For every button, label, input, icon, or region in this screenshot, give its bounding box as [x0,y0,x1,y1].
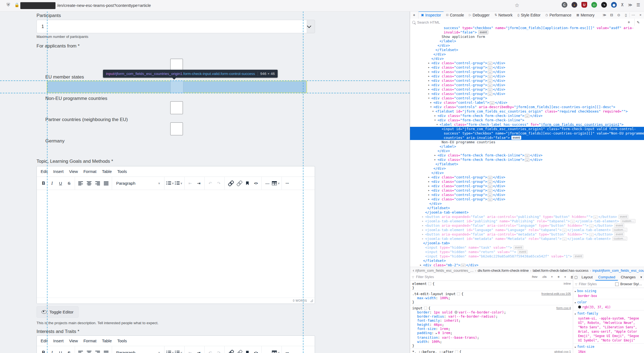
sidebar-tab-computed[interactable]: Computed [595,273,618,281]
tree-line[interactable]: ▶<div class="control-group">…</div> [410,87,644,92]
stylesheet-link[interactable]: frontend-edit.css:105 [542,292,571,296]
expand-arrow-icon[interactable]: ▶ [428,87,430,92]
red-shield-extension-icon[interactable]: U [581,2,587,8]
align-left-icon[interactable] [77,349,85,353]
tree-line[interactable]: </div> [410,52,644,57]
collapsed-children-pill[interactable]: … [488,62,492,65]
event-badge[interactable]: event [614,223,624,228]
breadcrumb-item[interactable]: div.form-check.form-check-inline [478,268,529,273]
link-icon[interactable] [226,179,234,187]
horizontal-rule-icon[interactable]: — [263,349,271,353]
rules-filter-input[interactable]: Filter Styles [416,275,528,279]
bold-icon[interactable]: B [40,179,48,187]
editor-menu-tools[interactable]: Tools [115,338,130,343]
anchor-icon[interactable] [243,349,251,353]
align-center-icon[interactable] [85,179,93,187]
rules-toggle-[interactable]: ☀ [556,275,561,279]
browser-styles-checkbox[interactable] [615,282,619,286]
collapsed-children-pill[interactable]: … [488,79,492,83]
color-swatch-icon[interactable] [455,311,458,314]
tree-line[interactable]: </fieldset> [410,206,644,210]
breadcrumb-item[interactable]: input#jform_com_fields_esc_countries_ori… [592,268,644,273]
collapsed-children-pill[interactable]: … [488,189,492,192]
expand-arrow-icon[interactable]: ▶ [422,219,423,223]
breadcrumb-item[interactable]: #jform_com_fields_esc_countries_… [415,268,474,273]
rules-toggle-hov[interactable]: :hov [530,275,539,279]
tree-line[interactable]: ▶<div class="control-group">…</div> [410,79,644,83]
indent-icon[interactable]: ⇥ [195,349,203,353]
tree-line[interactable]: countries" aria-invalid="false">event [410,136,644,140]
gray-c-badge-extension-icon[interactable]: C [562,2,567,8]
rule-selector[interactable]: input{form.css:4 [410,306,573,310]
tree-line[interactable]: ▼<div class="form-check form-check-inlin… [410,118,644,122]
tree-line[interactable]: invalid="false">event [410,30,644,35]
expand-arrow-icon[interactable]: ▶ [422,228,423,232]
css-declaration[interactable]: font-size: 1rem; [410,327,573,331]
expand-arrow-icon[interactable]: ▶ [430,100,431,105]
search-html-input[interactable]: Search HTML [417,20,623,24]
more-tools-icon[interactable]: ≫ [601,11,608,19]
computed-filter-input[interactable]: Filter Styles [579,282,614,286]
expand-arrow-icon[interactable]: ▶ [428,175,430,180]
paragraph-format-select[interactable]: Paragraph∨ [113,349,163,353]
eyedropper-icon[interactable]: ✎ [634,19,642,26]
tree-line[interactable]: ▶<div class="form-check form-check-inlin… [410,158,644,162]
event-badge[interactable]: event [511,136,521,140]
align-left-icon[interactable] [77,179,85,187]
collapsed-children-pill[interactable]: … [488,198,492,201]
pick-element-icon[interactable]: ⌖ [410,11,419,19]
tree-line[interactable]: <input type="hidden" name="return" value… [410,250,644,254]
expand-arrow-icon[interactable]: ▶ [422,223,423,228]
tree-line[interactable]: ▶<div class="control-group">…</div> [410,193,644,197]
tree-line[interactable]: ▼<fieldset id="jform_com_fields_esc_coun… [410,109,644,114]
event-badge[interactable]: event [478,30,488,34]
devtools-tab-performance[interactable]: ◷Performance [543,11,574,19]
hamburger-menu-icon[interactable]: ☰ [637,2,640,7]
tree-line[interactable]: ▼<label class="form-check-label has-succ… [410,122,644,127]
tree-line[interactable]: ▶<div class="form-check form-check-inlin… [410,153,644,158]
blue-circle-extension-icon[interactable]: ◉ [611,2,617,8]
expand-arrow-icon[interactable]: ▶ [428,197,430,201]
collapsed-children-pill[interactable]: … [589,224,594,228]
bullet-list-icon[interactable]: ∨ [166,349,174,353]
tree-line[interactable]: ▶<div class="control-group">…</div> [410,74,644,79]
tree-line[interactable]: </div> [410,171,644,175]
editor-menu-edit[interactable]: Edit [38,169,51,174]
collapse-arrow-icon[interactable]: ▼ [428,96,430,100]
breadcrumb-back-icon[interactable]: ‹ [412,268,415,273]
italic-icon[interactable]: I [48,179,56,187]
collapsed-children-pill[interactable]: … [488,176,492,179]
tree-line[interactable]: success" type="checkbox" name="jform[com… [410,26,644,30]
css-declaration[interactable]: transition: var(--base-trans); [410,335,573,340]
tree-line[interactable]: ▶<button aria-expanded="false" aria-cont… [410,215,644,219]
collapse-arrow-icon[interactable]: ▼ [433,109,434,114]
more-icon[interactable]: ••• [283,349,291,353]
orange-dark-extension-icon[interactable]: ◗ [571,2,577,8]
computed-property[interactable]: ▶box-sizingborder-box [573,288,644,299]
expand-arrow-icon[interactable]: ▶ [428,70,430,74]
tree-line[interactable]: </fieldset> [410,162,644,166]
rules-toggle-cls[interactable]: .cls [541,275,548,279]
tree-line[interactable]: ▶<button aria-expanded="false" aria-cont… [410,223,644,228]
tree-line[interactable]: ▶<div class="control-group">…</div> [410,61,644,65]
green-extension-icon[interactable]: ( ) [591,2,597,8]
collapsed-children-pill[interactable]: … [488,71,492,74]
devtools-tab-debugger[interactable]: ▷Debugger [467,11,492,19]
collapsed-children-pill[interactable]: … [461,264,465,267]
editor-menu-tools[interactable]: Tools [115,169,130,174]
bold-icon[interactable]: B [40,349,48,353]
tree-line[interactable]: </div> [410,166,644,171]
collapsed-children-pill[interactable]: … [488,185,492,188]
tree-line[interactable]: </label> [410,144,644,149]
editor-menu-insert[interactable]: Insert [51,338,66,343]
editor-menu-table[interactable]: Table [99,338,115,343]
expand-arrow-icon[interactable]: ▶ [428,188,430,193]
rules-toggle-[interactable]: ◐ [563,275,567,279]
collapsed-children-pill[interactable]: … [488,66,492,69]
devtools-tab-console[interactable]: ⊡Console [444,11,467,19]
tree-line[interactable]: ▼<div class="control-group"> [410,96,644,100]
align-justify-icon[interactable] [102,349,110,353]
computed-property[interactable]: ▶font-size16px [573,344,644,353]
collapsed-children-pill[interactable]: … [562,229,567,232]
collapsed-children-pill[interactable]: … [488,194,492,197]
